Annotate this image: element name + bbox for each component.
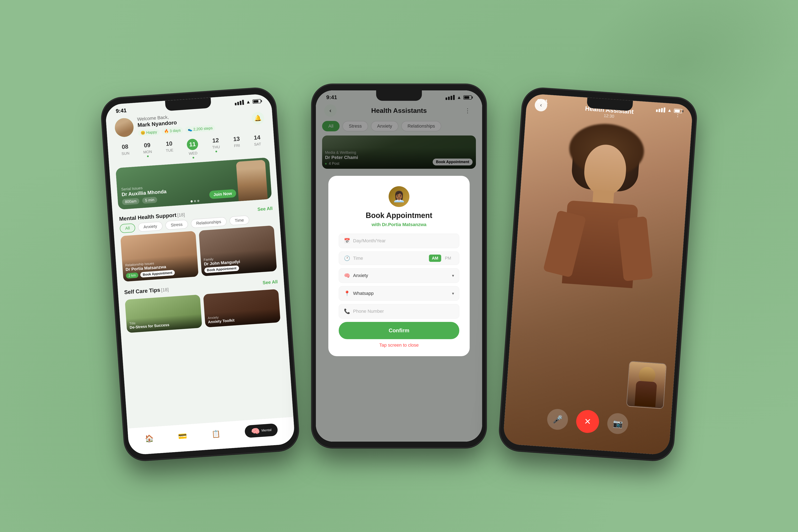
signal-bar-1 (235, 103, 237, 106)
notification-bell[interactable]: 🔔 (251, 111, 265, 125)
cal-dot-wed (192, 157, 194, 159)
contact-dropdown[interactable]: 📍 Whatsapp ▾ (339, 286, 459, 301)
battery-fill (253, 100, 259, 103)
cal-day-mon[interactable]: 09 MON (142, 142, 153, 162)
cal-num-13: 13 (233, 135, 240, 142)
phone-1-status-icons: ▲ (235, 98, 261, 106)
signal-bars (235, 100, 244, 106)
card-john-book[interactable]: Book Appointment (204, 265, 239, 273)
signal-bar-4 (242, 100, 244, 105)
confirm-button[interactable]: Confirm (339, 322, 459, 339)
phone-2-content: 9:41 ▲ ‹ Health Assistant (316, 90, 482, 442)
am-pm-toggle[interactable]: AM PM (429, 254, 454, 262)
phone-field-icon: 📞 (344, 308, 350, 314)
cal-name-fri: FRI (234, 144, 240, 148)
cal-dot-mon (147, 155, 149, 157)
topic-value: Anxiety (353, 273, 368, 278)
modal-subtitle: with Dr.Portia Matsanzwa (339, 222, 459, 227)
tip-anxiety-overlay: Anxiety Anxiety Toolkit (205, 308, 281, 327)
self-care-see-all[interactable]: See All (263, 279, 278, 285)
cal-name-thu: THU (212, 145, 220, 150)
cal-day-sat[interactable]: 14 SAT (253, 134, 262, 154)
cal-num-12: 12 (212, 137, 219, 144)
cal-name-mon: MON (143, 150, 152, 155)
cal-num-14: 14 (254, 134, 261, 141)
signal-bar-3 (240, 101, 242, 105)
camera-button[interactable]: 📷 (607, 413, 629, 435)
nav-item-home[interactable]: 🏠 (145, 434, 154, 443)
chip-time[interactable]: Time (229, 215, 249, 226)
badge-steps: 👟 2,200 steps (185, 125, 215, 133)
mute-button[interactable]: 🎤 (547, 408, 569, 431)
modal-overlay[interactable]: 👩🏾‍💼 Book Appointment with Dr.Portia Mat… (316, 90, 482, 442)
microphone-icon: 🎤 (552, 414, 563, 424)
mental-icon: 🧠 (251, 426, 260, 435)
am-button[interactable]: AM (429, 254, 441, 262)
doctor-card-portia[interactable]: Relationship Issues Dr Portia Matsanzwa … (120, 231, 198, 282)
chip-all[interactable]: All (119, 223, 135, 233)
self-preview-feed (627, 362, 666, 408)
calendar-field-icon: 📅 (344, 238, 350, 244)
cal-num-09: 09 (144, 142, 151, 149)
tip-card-anxiety[interactable]: Anxiety Anxiety Toolkit (203, 289, 281, 327)
avatar-image (114, 117, 134, 137)
topic-chevron-icon: ▾ (452, 273, 454, 278)
cal-name-wed: WED (189, 151, 197, 156)
phone-2-screen: 9:41 ▲ ‹ Health Assistant (316, 90, 482, 442)
cal-num-11: 11 (186, 138, 198, 150)
phone-number-field[interactable]: 📞 Phone Number (339, 304, 459, 319)
finance-icon: 💳 (178, 432, 187, 440)
cal-day-wed[interactable]: 11 WED (186, 138, 199, 159)
cal-dot-thu (215, 151, 217, 153)
cal-day-thu[interactable]: 12 THU (212, 137, 221, 157)
tasks-icon: 📋 (211, 429, 221, 438)
phone-3-screen: 9:41 ▲ (503, 93, 693, 455)
p3-menu-button[interactable]: ⋮ (671, 108, 685, 121)
banner-time-tag: 800am (122, 198, 140, 205)
modal-title: Book Appointment (339, 211, 459, 220)
tip-card-destress[interactable]: Title De-Stress for Success (125, 294, 202, 333)
self-care-title: Self Care Tips (124, 287, 160, 296)
nav-mental-label: Mental (262, 428, 272, 432)
contact-chevron-icon: ▾ (452, 291, 454, 296)
tap-close-text[interactable]: Tap screen to close (339, 342, 459, 348)
chip-stress[interactable]: Stress (165, 220, 188, 230)
cal-day-sun[interactable]: 08 SUN (121, 143, 130, 163)
pm-button[interactable]: PM (442, 254, 454, 262)
cal-name-tue: TUE (166, 148, 173, 153)
doctor-video-feed (544, 112, 661, 306)
topic-dropdown[interactable]: 🧠 Anxiety ▾ (339, 268, 459, 283)
video-call-background (503, 93, 693, 455)
self-preview-window (626, 361, 667, 409)
signal-bar-2 (237, 102, 239, 105)
p3-back-button[interactable]: ‹ (534, 98, 548, 112)
self-care-title-group: Self Care Tips [18] (124, 286, 169, 296)
date-field[interactable]: 📅 Day/Month/Year (339, 233, 459, 248)
cal-name-sat: SAT (254, 142, 261, 147)
featured-banner: Serial Issues Dr Auxillia Mhonda 800am 5… (116, 157, 272, 209)
phone-3-content: 9:41 ▲ (503, 93, 693, 455)
mental-health-see-all[interactable]: See All (257, 206, 273, 212)
nav-item-mental[interactable]: 🧠 Mental (244, 423, 278, 438)
cal-day-fri[interactable]: 13 FRI (233, 135, 241, 156)
cal-day-tue[interactable]: 10 TUE (165, 140, 174, 160)
phone-1: 9:41 ▲ (100, 87, 300, 462)
modal-avatar-emoji: 👩🏾‍💼 (393, 191, 405, 203)
card-portia-location: 2 km (126, 272, 138, 279)
nav-item-finance[interactable]: 💳 (178, 432, 187, 440)
phone-3: 9:41 ▲ (498, 87, 698, 462)
battery-icon (252, 99, 261, 104)
user-avatar (114, 117, 134, 137)
card-portia-book[interactable]: Book Appointment (140, 270, 175, 278)
badge-happy: 😊 Happy (138, 129, 160, 136)
date-placeholder: Day/Month/Year (353, 238, 386, 244)
nav-item-tasks[interactable]: 📋 (211, 429, 221, 438)
doctor-card-john[interactable]: Family Dr John Mangudyi Book Appointment (199, 226, 277, 277)
cal-name-sun: SUN (121, 151, 130, 156)
phone-1-time: 9:41 (116, 107, 127, 114)
end-call-button[interactable]: ✕ (575, 409, 600, 434)
end-call-icon: ✕ (584, 416, 591, 426)
chip-anxiety[interactable]: Anxiety (138, 221, 163, 232)
book-appointment-modal: 👩🏾‍💼 Book Appointment with Dr.Portia Mat… (328, 176, 470, 356)
time-field[interactable]: 🕐 Time AM PM (339, 251, 459, 265)
